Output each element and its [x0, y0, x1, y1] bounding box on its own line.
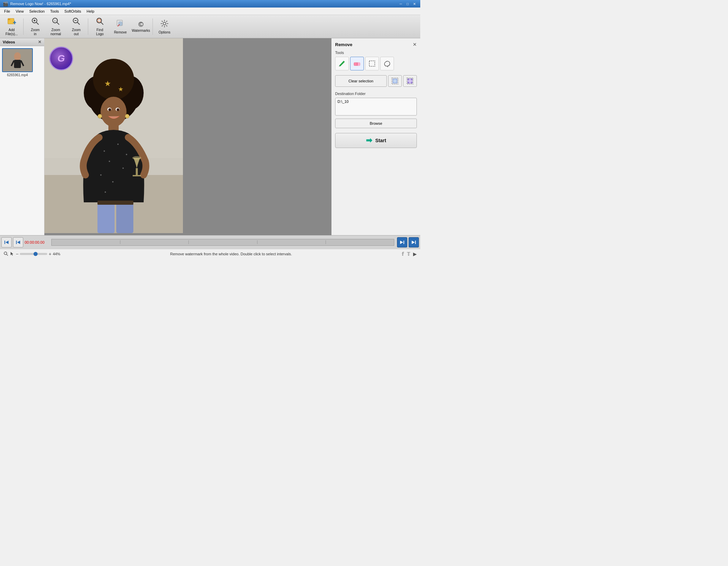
- twitter-icon[interactable]: 𝕋: [407, 251, 410, 257]
- tick-1: [120, 240, 120, 244]
- svg-point-41: [125, 114, 129, 118]
- prev-frame-icon: [16, 240, 21, 245]
- panel-header: Videos ✕: [0, 38, 44, 46]
- svg-line-12: [77, 22, 80, 25]
- pencil-tool-button[interactable]: [335, 57, 349, 70]
- timeline-area: 00:00:00.00: [0, 235, 420, 249]
- right-panel: Remove ✕ Tools: [331, 38, 420, 235]
- zoom-controls: − + 44%: [3, 251, 60, 257]
- options-label: Options: [159, 30, 170, 34]
- options-button[interactable]: Options: [155, 17, 174, 37]
- menu-softorbits[interactable]: SoftOrbits: [62, 8, 84, 15]
- timeline-track[interactable]: [51, 239, 394, 246]
- clear-selection-button[interactable]: Clear selection: [335, 75, 387, 87]
- remove-button[interactable]: Remove: [111, 17, 130, 37]
- watermarks-button[interactable]: © Watermarks: [131, 17, 150, 37]
- zoom-in-label: Zoom in: [31, 28, 40, 36]
- zoom-in-icon: [31, 17, 40, 27]
- youtube-icon[interactable]: ▶: [413, 251, 417, 257]
- zoom-out-label: Zoom out: [72, 28, 81, 36]
- svg-point-73: [4, 252, 7, 255]
- selection-fit-button[interactable]: [388, 75, 402, 87]
- menu-selection[interactable]: Selection: [26, 8, 47, 15]
- timeline-next-button[interactable]: [397, 237, 407, 247]
- right-panel-title: Remove: [335, 42, 353, 47]
- menu-bar: File View Selection Tools SoftOrbits Hel…: [0, 8, 420, 15]
- zoom-out-button[interactable]: Zoom out: [67, 17, 86, 37]
- svg-marker-67: [17, 241, 20, 244]
- browse-button[interactable]: Browse: [335, 119, 417, 128]
- canvas-area[interactable]: ★ ★: [44, 38, 331, 235]
- svg-rect-22: [14, 60, 21, 68]
- facebook-icon[interactable]: 𝕗: [402, 251, 404, 257]
- destination-folder-input[interactable]: D:\_10: [335, 98, 417, 116]
- zoom-minus-button[interactable]: −: [16, 251, 18, 257]
- svg-rect-1: [8, 18, 10, 20]
- lasso-tool-button[interactable]: [380, 57, 394, 70]
- rect-select-tool-button[interactable]: [365, 57, 379, 70]
- zoom-in-button[interactable]: Zoom in: [26, 17, 45, 37]
- svg-rect-58: [357, 63, 360, 66]
- toolbar-separator-3: [153, 18, 153, 35]
- svg-point-42: [104, 150, 105, 152]
- timeline-skip-start-button[interactable]: [1, 237, 12, 247]
- svg-line-9: [57, 22, 59, 25]
- selection-crop-button[interactable]: [403, 75, 417, 87]
- add-files-label: Add File(s)...: [5, 28, 18, 36]
- minimize-button[interactable]: ─: [398, 1, 404, 6]
- pencil-icon: [338, 60, 346, 67]
- svg-point-45: [122, 167, 124, 169]
- remove-label: Remove: [114, 30, 127, 34]
- svg-marker-69: [400, 241, 403, 244]
- selection-crop-icon: [406, 77, 414, 85]
- thumbnail-image: G: [3, 49, 32, 71]
- start-label: Start: [375, 138, 386, 143]
- menu-help[interactable]: Help: [84, 8, 97, 15]
- toolbar-separator-1: [23, 18, 24, 35]
- right-panel-close-button[interactable]: ✕: [413, 42, 417, 47]
- zoom-normal-icon: 1:1: [51, 17, 60, 27]
- status-icons: 𝕗 𝕋 ▶: [402, 251, 417, 257]
- zoom-normal-button[interactable]: 1:1 Zoom normal: [46, 17, 65, 37]
- menu-tools[interactable]: Tools: [48, 8, 62, 15]
- maximize-button[interactable]: □: [405, 1, 411, 6]
- timeline-skip-end-button[interactable]: [409, 237, 419, 247]
- zoom-slider[interactable]: [20, 253, 47, 255]
- zoom-percent: 44%: [53, 252, 60, 256]
- svg-point-38: [108, 108, 111, 111]
- app-icon: 🎬: [3, 1, 8, 6]
- close-button[interactable]: ✕: [411, 1, 418, 6]
- svg-rect-65: [4, 241, 5, 244]
- tick-4: [326, 240, 326, 244]
- svg-rect-62: [393, 79, 397, 83]
- start-button[interactable]: ➡ Start: [335, 133, 417, 148]
- menu-view[interactable]: View: [13, 8, 27, 15]
- zoom-normal-label: Zoom normal: [51, 28, 61, 36]
- destination-folder-label: Destination Folder: [335, 92, 417, 96]
- toolbar: Add File(s)... Zoom in 1:1 Zoom normal: [0, 15, 420, 38]
- eraser-tool-button[interactable]: [350, 57, 364, 70]
- left-panel: Videos ✕ G: [0, 38, 44, 235]
- svg-point-49: [105, 191, 106, 193]
- menu-file[interactable]: File: [1, 8, 13, 15]
- cursor-icon: [10, 251, 14, 256]
- add-files-button[interactable]: Add File(s)...: [2, 17, 21, 37]
- selection-fit-icon: [391, 77, 399, 85]
- title-bar: 🎬 Remove Logo Now! - 6265961.mp4* ─ □ ✕: [0, 0, 420, 8]
- tools-row: [335, 57, 417, 70]
- window-title: Remove Logo Now! - 6265961.mp4*: [10, 2, 71, 6]
- panel-title: Videos: [3, 40, 15, 44]
- panel-close-button[interactable]: ✕: [38, 40, 41, 44]
- timeline-prev-button[interactable]: [13, 237, 23, 247]
- svg-rect-68: [16, 241, 17, 244]
- svg-rect-16: [98, 19, 101, 22]
- cursor-icon: [10, 251, 14, 257]
- time-display: 00:00:00.00: [25, 240, 49, 244]
- title-bar-controls: ─ □ ✕: [398, 1, 418, 6]
- svg-rect-72: [415, 241, 416, 244]
- skip-start-icon: [4, 240, 9, 245]
- find-logo-button[interactable]: Find Logo: [90, 17, 109, 37]
- zoom-search-icon: [3, 251, 8, 256]
- zoom-plus-button[interactable]: +: [49, 251, 51, 257]
- video-thumbnail[interactable]: G: [2, 48, 33, 72]
